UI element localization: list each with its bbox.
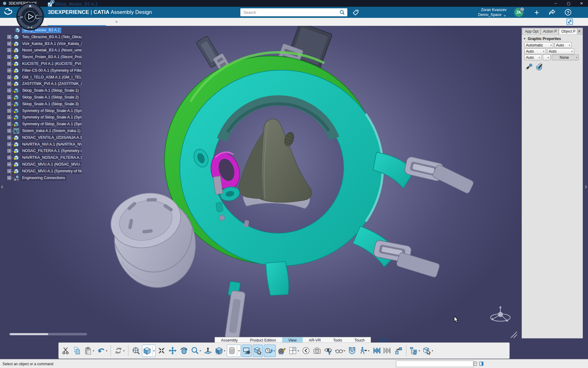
panel-tab-object-p[interactable]: Object P: [559, 28, 577, 34]
search-input[interactable]: [240, 10, 337, 15]
iso-view-icon[interactable]: ▾: [142, 345, 156, 357]
tree-item[interactable]: +Sklop_Snale A.1 (Sklop_Snale.3): [3, 101, 81, 108]
render-style-icon[interactable]: ▾: [227, 345, 240, 357]
tree-item[interactable]: +GM_I_TELO_ASM A.1 (GM_I_TELO_A: [3, 74, 81, 81]
undo-icon[interactable]: ▾: [97, 345, 108, 357]
tree-expander[interactable]: +: [7, 95, 11, 99]
chevron-down-icon[interactable]: ▾: [224, 349, 225, 352]
tree-expander[interactable]: +: [7, 42, 11, 46]
chevron-down-icon[interactable]: ▾: [344, 349, 345, 352]
power-input-icon[interactable]: [473, 361, 478, 367]
shaded-cube-icon[interactable]: ▾: [214, 345, 226, 357]
cut-icon[interactable]: [61, 345, 71, 357]
tree-expander[interactable]: +: [7, 109, 11, 113]
close-button[interactable]: ✕: [575, 0, 588, 7]
sketch-globe-icon[interactable]: [277, 345, 286, 357]
tree-expander[interactable]: +: [7, 156, 11, 159]
tree-expander[interactable]: +: [7, 82, 11, 86]
3d-compass[interactable]: 3D V+R: [16, 2, 44, 31]
tree-item[interactable]: +Filter-CS 00 A.1 (Symmetry of Filter-C: [3, 67, 81, 74]
chevron-down-icon[interactable]: ▾: [152, 346, 155, 355]
tree-expander[interactable]: +: [7, 129, 11, 133]
auto-dropdown[interactable]: Auto▾: [554, 42, 572, 48]
tree-item[interactable]: +ZASTITNIK_PVI A.1 (ZASTITNIK_PVI.1: [3, 81, 81, 87]
copy-icon[interactable]: [72, 345, 82, 357]
paint-brush-icon[interactable]: [525, 63, 533, 72]
collapse-left-panel-icon[interactable]: ‹: [0, 183, 4, 190]
pan-icon[interactable]: [168, 345, 177, 357]
tree-item[interactable]: +Sklop_Snale A.1 (Sklop_Snale.1): [3, 87, 81, 94]
tree-item[interactable]: +Telo_Obrazine_B3 A.1 (Telo_Obrazine: [3, 34, 81, 41]
tree-item[interactable]: +Symmetry of Sklop_Snale A.1 (Symme: [3, 108, 81, 114]
minimize-button[interactable]: –: [549, 0, 562, 7]
tree-structure-icon[interactable]: ▾: [409, 345, 421, 357]
tree-item[interactable]: +NOSAC_VENTILA_IZDISANJA A.1 (NC: [3, 134, 81, 141]
tree-expander[interactable]: +: [7, 35, 11, 39]
tree-item[interactable]: +Symmetry of Sklop_Snale A.1 (Symme: [3, 114, 81, 121]
walk-icon[interactable]: ▾: [358, 345, 370, 357]
graphic-properties-section[interactable]: ▼ Graphic Properties: [522, 35, 583, 42]
chevron-down-icon[interactable]: ▾: [93, 349, 94, 352]
tree-expander[interactable]: +: [7, 115, 11, 119]
tree-item[interactable]: +Engineering Connections: [3, 175, 81, 182]
search-icon[interactable]: [337, 8, 347, 16]
tree-item[interactable]: +Stezni_Prsten_B3 A.1 (Stezni_Prsten_B: [3, 54, 81, 61]
chevron-down-icon[interactable]: ▾: [419, 349, 420, 352]
document-tab[interactable]: 1 Sklop_Maske_B3 A.1: [48, 1, 98, 7]
tree-expander[interactable]: +: [7, 149, 11, 153]
chevron-down-icon[interactable]: ▾: [106, 349, 108, 352]
tree-expander[interactable]: +: [7, 162, 11, 166]
zoom-fit-icon[interactable]: [131, 345, 141, 357]
tree-item[interactable]: +Sklop_Snale A.1 (Sklop_Snale.2): [3, 94, 81, 101]
sphere-wizard-icon[interactable]: [536, 63, 545, 72]
paste-icon[interactable]: ▾: [83, 345, 95, 357]
tree-horizontal-scrollbar[interactable]: [9, 333, 87, 335]
history-refresh-icon[interactable]: ▾: [264, 345, 276, 357]
tree-expander[interactable]: +: [7, 89, 11, 92]
tree-expander[interactable]: +: [7, 102, 11, 106]
tree-expander[interactable]: +: [7, 122, 11, 126]
collapse-circle-icon[interactable]: [301, 345, 311, 357]
user-block[interactable]: Zoran Kvascev Demo_Space ⌄: [478, 7, 507, 18]
share-icon[interactable]: [547, 7, 557, 17]
tree-expander[interactable]: +: [7, 136, 11, 139]
maximize-button[interactable]: ▢: [562, 0, 575, 7]
expand-panel-icon[interactable]: [566, 18, 573, 25]
scrollbar-thumb[interactable]: [10, 333, 48, 335]
tree-expander[interactable]: +: [7, 69, 11, 72]
none-dropdown[interactable]: None▾: [552, 54, 579, 60]
skip-start-icon[interactable]: [372, 345, 381, 357]
tree-expander[interactable]: +: [7, 75, 11, 79]
tree-expander[interactable]: +: [7, 62, 11, 66]
auto-dropdown[interactable]: Auto▾: [547, 48, 574, 54]
tree-expander[interactable]: +: [7, 142, 11, 146]
section-magnet-icon[interactable]: [347, 345, 357, 357]
chevron-down-icon[interactable]: ▾: [199, 349, 201, 352]
chevron-down-icon[interactable]: ▾: [432, 349, 433, 352]
empty-dropdown[interactable]: ▾: [543, 54, 551, 60]
3d-model[interactable]: [0, 26, 588, 359]
chevron-down-icon[interactable]: ▾: [274, 349, 275, 352]
update-icon[interactable]: ▾: [114, 345, 125, 357]
tree-expander[interactable]: +: [7, 169, 11, 173]
panel-close-icon[interactable]: ✕: [578, 29, 581, 34]
zoom-icon[interactable]: ▾: [190, 345, 202, 357]
auto-dropdown[interactable]: Auto▾: [524, 54, 542, 60]
tree-item[interactable]: +KUCISTE_PVI A.1 (KUCISTE_PVI.1): [3, 61, 81, 67]
help-icon[interactable]: ?: [563, 7, 573, 17]
tree-item[interactable]: +NOSAC_MVU A.1 (NOSAC_MVU.1): [3, 161, 81, 168]
new-tab-button[interactable]: +: [113, 18, 120, 25]
chevron-down-icon[interactable]: ▾: [368, 349, 369, 352]
automatic-dropdown[interactable]: Automatic▾: [524, 42, 553, 48]
split-view-icon[interactable]: ▾: [288, 345, 300, 357]
select-box-icon[interactable]: [253, 345, 262, 357]
command-input[interactable]: [396, 361, 474, 367]
export-box-icon[interactable]: [394, 345, 403, 357]
avatar[interactable]: ZK: [514, 8, 523, 17]
tree-expander[interactable]: +: [7, 176, 11, 180]
tree-item[interactable]: +NAVRTKA_NVI A.1 (NAVRTKA_NVI.1): [3, 141, 81, 148]
chevron-down-icon[interactable]: ▾: [298, 349, 299, 352]
auto-dropdown[interactable]: Auto▾: [524, 48, 546, 54]
panel-toggle-icon[interactable]: [479, 361, 484, 367]
add-content-button[interactable]: +: [531, 7, 542, 17]
